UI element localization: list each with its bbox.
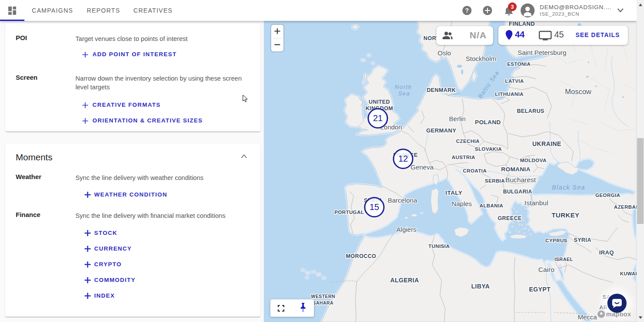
svg-text:LATVIA: LATVIA	[505, 78, 524, 84]
svg-text:CZECHIA: CZECHIA	[456, 139, 480, 144]
svg-text:Moscow: Moscow	[565, 88, 592, 95]
svg-text:BELARUS: BELARUS	[517, 108, 544, 114]
svg-text:IRAQ: IRAQ	[599, 249, 614, 256]
svg-text:ROMANIA: ROMANIA	[501, 166, 530, 173]
svg-text:Barcelona: Barcelona	[388, 197, 417, 204]
svg-text:Cairo: Cairo	[538, 266, 554, 273]
svg-text:WESTERN: WESTERN	[311, 294, 335, 299]
svg-text:ESTONIA: ESTONIA	[507, 61, 531, 67]
svg-text:MOLDOVA: MOLDOVA	[520, 158, 547, 163]
svg-text:TUNISIA: TUNISIA	[429, 244, 450, 249]
svg-text:PORTUGAL: PORTUGAL	[334, 210, 364, 215]
svg-text:Stockholm: Stockholm	[466, 55, 496, 62]
svg-text:ISRAEL: ISRAEL	[555, 257, 573, 262]
svg-text:CROATIA: CROATIA	[463, 168, 487, 173]
svg-text:EGYPT: EGYPT	[529, 286, 551, 293]
svg-text:?: ?	[465, 7, 469, 14]
svg-text:MOROCCO: MOROCCO	[346, 253, 376, 259]
svg-text:Oslo: Oslo	[438, 49, 451, 57]
svg-text:UNITED: UNITED	[369, 99, 390, 105]
svg-text:Sea: Sea	[398, 90, 410, 97]
svg-text:AUSTRIA: AUSTRIA	[452, 155, 475, 160]
svg-text:CYPRUS: CYPRUS	[545, 238, 567, 243]
svg-text:ALGERIA: ALGERIA	[390, 277, 419, 284]
svg-text:North: North	[395, 84, 412, 90]
svg-text:Mecca: Mecca	[578, 313, 597, 321]
svg-text:Naples: Naples	[452, 200, 472, 207]
svg-text:Geneva: Geneva	[411, 163, 434, 171]
svg-text:GERMANY: GERMANY	[426, 127, 456, 134]
svg-text:KUWAIT: KUWAIT	[620, 271, 637, 276]
svg-text:SAHARA: SAHARA	[313, 300, 333, 305]
svg-text:ALBANIA: ALBANIA	[480, 203, 504, 208]
svg-text:Bucharest: Bucharest	[505, 176, 536, 183]
svg-text:AZERBAIJAN: AZERBAIJAN	[614, 204, 637, 210]
svg-text:SERBIA: SERBIA	[485, 178, 505, 183]
svg-text:TURKEY: TURKEY	[552, 211, 579, 219]
svg-text:GEORGIA: GEORGIA	[595, 193, 620, 198]
svg-text:DENMARK: DENMARK	[427, 87, 456, 93]
svg-text:Black Sea: Black Sea	[552, 184, 586, 191]
svg-text:LIBYA: LIBYA	[471, 283, 490, 290]
svg-text:ITALY: ITALY	[446, 190, 463, 196]
svg-text:Istanbul: Istanbul	[525, 199, 548, 207]
svg-text:SLOVAKIA: SLOVAKIA	[475, 146, 502, 152]
svg-text:UKRAINE: UKRAINE	[532, 140, 562, 147]
svg-text:POLAND: POLAND	[475, 119, 501, 125]
svg-text:GREECE: GREECE	[497, 215, 521, 221]
svg-text:Algiers: Algiers	[396, 226, 416, 233]
svg-text:3: 3	[511, 4, 514, 10]
svg-text:Berlin: Berlin	[449, 115, 466, 122]
svg-text:BULGARIA: BULGARIA	[503, 189, 532, 195]
svg-text:SYRIA: SYRIA	[574, 237, 591, 243]
svg-text:Saint Petersburg: Saint Petersburg	[518, 49, 566, 56]
svg-text:LITHUANIA: LITHUANIA	[495, 92, 524, 97]
